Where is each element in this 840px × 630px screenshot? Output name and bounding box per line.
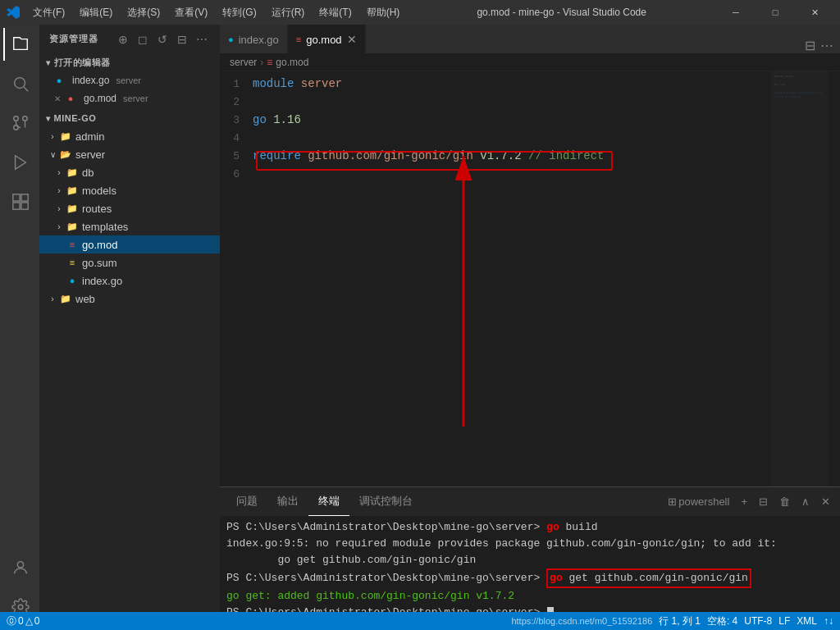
line-content-3: go 1.16 [253,113,301,126]
window-controls: ─ □ ✕ [717,0,833,25]
tree-item-db[interactable]: › 📁 db [39,163,220,181]
add-terminal-button[interactable]: + [737,494,751,509]
menu-help[interactable]: 帮助(H) [360,4,407,21]
minimize-button[interactable]: ─ [717,0,755,25]
new-file-project-icon[interactable]: + [156,112,169,125]
tree-item-admin[interactable]: › 📁 admin [39,127,220,145]
menu-view[interactable]: 查看(V) [168,4,214,21]
status-line-col[interactable]: 行 1, 列 1 [659,614,701,628]
tab-go-mod[interactable]: ≡ go.mod ✕ [288,25,366,53]
split-terminal-button[interactable]: ⊟ [756,494,771,509]
tab-output[interactable]: 输出 [267,487,308,516]
tab-index-go-icon: ● [228,34,234,44]
db-chevron: › [52,168,66,177]
svg-point-10 [17,562,23,568]
go-sum-label: go.sum [82,257,117,269]
menu-run[interactable]: 运行(R) [265,4,312,21]
tab-index-go[interactable]: ● index.go [220,25,288,53]
tree-item-templates[interactable]: › 📁 templates [39,217,220,235]
terminal-label: powershell [678,495,729,508]
panel-tabs: 问题 输出 终端 调试控制台 ⊞ powershell + ⊟ 🗑 ∧ ✕ [220,487,840,516]
admin-chevron: › [46,132,59,141]
index-go-file-icon: ● [66,276,79,285]
server-chevron: ∨ [46,150,59,159]
extensions-icon[interactable] [3,185,36,218]
maximize-panel-button[interactable]: ∧ [798,494,813,509]
editor-line-4: 4 [220,129,840,147]
status-eol[interactable]: LF [778,615,790,627]
new-folder-project-icon[interactable]: ⊕ [171,112,184,125]
tab-go-mod-close-icon[interactable]: ✕ [347,33,357,46]
menu-select[interactable]: 选择(S) [121,4,167,21]
svg-point-0 [15,78,25,89]
status-errors[interactable]: ⓪ 0 △ 0 [7,614,39,628]
more-actions-icon[interactable]: ⋯ [194,31,210,48]
source-control-icon[interactable] [3,107,36,139]
close-go-mod-icon[interactable]: ✕ [54,94,61,103]
web-label: web [75,293,95,305]
tree-item-routes[interactable]: › 📁 routes [39,199,220,217]
editor-minimap: module server go 1.16 require github.com… [771,71,829,486]
refresh-project-icon[interactable]: ↺ [185,112,199,125]
main-layout: 资源管理器 ⊕ ◻ ↺ ⊟ ⋯ ▾ 打开的编辑器 ● index.go serv… [0,25,840,630]
breadcrumb-sep-1: › [260,57,263,68]
menu-goto[interactable]: 转到(G) [216,4,262,21]
tree-item-models[interactable]: › 📁 models [39,181,220,199]
menu-file[interactable]: 文件(F) [26,4,71,21]
menu-terminal[interactable]: 终端(T) [313,4,358,21]
tab-problems[interactable]: 问题 [226,487,267,516]
status-spaces[interactable]: 空格: 4 [707,614,737,628]
breadcrumb-go-mod[interactable]: go.mod [276,57,308,68]
menu-edit[interactable]: 编辑(E) [73,4,119,21]
line-number-1: 1 [220,78,253,90]
statusbar-left: ⓪ 0 △ 0 [7,614,39,628]
activity-bar [0,25,39,630]
open-editors-header[interactable]: ▾ 打开的编辑器 [39,53,220,71]
open-editor-go-mod[interactable]: ✕ ● go.mod server [39,89,220,107]
tab-debug-console[interactable]: 调试控制台 [349,487,422,516]
project-header[interactable]: ▾ MINE-GO + ⊕ ↺ ⋯ [39,109,220,127]
tab-terminal[interactable]: 终端 [308,487,349,516]
tree-item-go-mod[interactable]: ≡ go.mod [39,235,220,253]
svg-line-1 [24,87,28,91]
debug-icon[interactable] [3,146,36,179]
new-folder-icon[interactable]: ◻ [135,31,151,48]
line-number-4: 4 [220,132,253,144]
tree-item-go-sum[interactable]: ≡ go.sum [39,253,220,272]
index-go-label: index.go [82,275,122,287]
maximize-button[interactable]: □ [756,0,794,25]
status-language[interactable]: XML [797,615,817,627]
line-content-1: module server [253,77,342,90]
tree-item-index-go[interactable]: ● index.go [39,272,220,290]
code-editor[interactable]: 1 module server 2 3 go 1.16 [220,71,840,486]
status-notifications-icon[interactable]: ↑↓ [824,615,833,627]
accounts-icon[interactable] [3,551,36,584]
collapse-all-icon[interactable]: ⊟ [174,31,190,48]
models-chevron: › [52,186,66,195]
admin-folder-icon: 📁 [59,131,72,142]
search-icon[interactable] [3,67,36,100]
error-count: 0 [18,615,24,627]
tree-item-web[interactable]: › 📁 web [39,290,220,308]
close-button[interactable]: ✕ [796,0,833,25]
kill-terminal-button[interactable]: 🗑 [776,494,793,509]
open-editor-index-go[interactable]: ● index.go server [39,71,220,89]
refresh-icon[interactable]: ↺ [154,31,171,48]
sidebar: 资源管理器 ⊕ ◻ ↺ ⊟ ⋯ ▾ 打开的编辑器 ● index.go serv… [39,25,220,630]
mod-file-icon: ● [64,94,77,103]
terminal-line-1: PS C:\Users\Administrator\Desktop\mine-g… [226,519,833,536]
tree-item-server[interactable]: ∨ 📂 server [39,145,220,163]
breadcrumb-server[interactable]: server [230,57,257,68]
open-editor-index-go-name: index.go [72,75,109,86]
more-tabs-icon[interactable]: ⋯ [820,38,833,53]
new-file-icon[interactable]: ⊕ [115,31,131,48]
breadcrumb-mod-icon: ≡ [267,57,272,68]
status-encoding[interactable]: UTF-8 [744,615,772,627]
titlebar-menu: 文件(F) 编辑(E) 选择(S) 查看(V) 转到(G) 运行(R) 终端(T… [26,4,406,21]
close-panel-button[interactable]: ✕ [818,494,833,509]
split-editor-icon[interactable]: ⊟ [805,38,815,53]
editor-area: ● index.go ≡ go.mod ✕ ⊟ ⋯ server › ≡ go.… [220,25,840,630]
explorer-icon[interactable] [3,28,36,61]
line-content-5: require github.com/gin-gonic/gin v1.7.2 … [253,149,605,162]
more-project-icon[interactable]: ⋯ [200,112,213,125]
